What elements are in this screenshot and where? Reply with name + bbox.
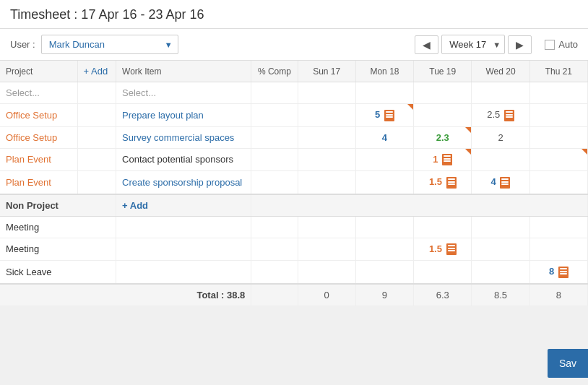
col-header-add: + Add: [77, 61, 116, 82]
tue-cell[interactable]: 1.5: [414, 238, 472, 261]
sun-cell: [298, 216, 355, 238]
auto-checkbox[interactable]: [545, 40, 555, 50]
table-header-row: Project + Add Work Item % Comp Sun 17 Mo…: [0, 61, 588, 82]
table-row: Meeting 1.5: [0, 238, 588, 261]
doc-icon[interactable]: [500, 177, 510, 189]
project-link[interactable]: Office Setup: [6, 110, 57, 121]
tue-cell[interactable]: 2.3: [414, 126, 472, 148]
total-wed: 8.5: [472, 284, 529, 306]
mon-cell[interactable]: 5: [355, 104, 413, 127]
tue-cell: [414, 216, 472, 238]
thu-cell: [529, 126, 587, 148]
doc-icon[interactable]: [442, 154, 452, 165]
add-project-button[interactable]: + Add: [84, 66, 108, 77]
sun-cell: [298, 171, 355, 194]
tue-cell: [414, 261, 472, 284]
project-cell: Select...: [0, 82, 77, 104]
next-week-button[interactable]: ▶: [508, 35, 532, 54]
add-cell: [77, 171, 116, 194]
flag-icon: [465, 149, 471, 155]
table-row: Office Setup Prepare layout plan 5 2.5: [0, 104, 588, 127]
thu-cell: [529, 104, 587, 127]
workitem-link[interactable]: Prepare layout plan: [122, 110, 204, 121]
workitem-cell: Prepare layout plan: [116, 104, 251, 127]
np-label-cell: Meeting: [0, 216, 116, 238]
week-select[interactable]: Week 17: [441, 35, 505, 54]
mon-cell: [355, 216, 413, 238]
pct-cell: [251, 104, 298, 127]
workitem-link[interactable]: Create sponsorship proposal: [122, 177, 242, 188]
pct-cell: [251, 126, 298, 148]
add-cell: [77, 104, 116, 127]
doc-icon[interactable]: [446, 243, 457, 255]
doc-icon[interactable]: [504, 110, 514, 121]
pct-cell: [251, 82, 298, 104]
project-link[interactable]: Plan Event: [6, 177, 51, 188]
project-link[interactable]: Office Setup: [6, 132, 57, 143]
np-work-cell: [116, 261, 251, 284]
mon-cell: [355, 238, 413, 261]
tue-cell[interactable]: 1: [414, 148, 472, 171]
workitem-text: Contact potential sponsors: [122, 154, 233, 165]
project-link[interactable]: Plan Event: [6, 154, 51, 165]
timesheet-table: Project + Add Work Item % Comp Sun 17 Mo…: [0, 61, 588, 306]
doc-icon[interactable]: [558, 267, 568, 278]
total-label: Total : 38.8: [0, 284, 251, 306]
doc-icon[interactable]: [446, 177, 457, 189]
add-non-project-button[interactable]: + Add: [122, 200, 148, 211]
timesheet-table-wrapper: Project + Add Work Item % Comp Sun 17 Mo…: [0, 61, 588, 306]
doc-icon[interactable]: [384, 110, 394, 121]
wed-cell[interactable]: 2.5: [472, 104, 529, 127]
mon-cell: [355, 261, 413, 284]
wed-cell[interactable]: 2: [472, 126, 529, 148]
tue-cell: [414, 82, 472, 104]
table-row: Meeting: [0, 216, 588, 238]
add-cell: [77, 148, 116, 171]
sun-cell: [298, 126, 355, 148]
thu-cell: [529, 171, 587, 194]
workitem-link[interactable]: Survey commercial spaces: [122, 132, 234, 143]
workitem-cell: Create sponsorship proposal: [116, 171, 251, 194]
toolbar: User : Mark Duncan ▼ ◀ Week 17 ▼ ▶ Auto: [0, 29, 588, 61]
wed-cell: [472, 216, 529, 238]
sun-cell: [298, 148, 355, 171]
workitem-cell: Select...: [116, 82, 251, 104]
project-cell: Plan Event: [0, 148, 77, 171]
prev-week-button[interactable]: ◀: [415, 35, 438, 54]
tue-cell[interactable]: 1.5: [414, 171, 472, 194]
flag-icon: [465, 127, 471, 133]
total-sun: 0: [298, 284, 355, 306]
wed-cell: [472, 148, 529, 171]
np-work-cell: [116, 216, 251, 238]
col-header-workitem: Work Item: [116, 61, 251, 82]
col-header-mon: Mon 18: [355, 61, 413, 82]
page-header: Timesheet : 17 Apr 16 - 23 Apr 16: [0, 0, 588, 29]
user-label: User :: [10, 39, 35, 50]
table-row: Plan Event Contact potential sponsors 1: [0, 148, 588, 171]
sun-cell: [298, 261, 355, 284]
totals-row: Total : 38.8 0 9 6.3 8.5 8: [0, 284, 588, 306]
mon-cell[interactable]: 4: [355, 126, 413, 148]
thu-cell[interactable]: 8: [529, 261, 587, 284]
col-header-wed: Wed 20: [472, 61, 529, 82]
wed-cell[interactable]: 4: [472, 171, 529, 194]
mon-cell: [355, 82, 413, 104]
page-title: Timesheet : 17 Apr 16 - 23 Apr 16: [10, 7, 204, 22]
table-row: Office Setup Survey commercial spaces 4 …: [0, 126, 588, 148]
project-cell: Plan Event: [0, 171, 77, 194]
user-select-wrapper: Mark Duncan ▼: [41, 35, 178, 54]
project-cell: Office Setup: [0, 104, 77, 127]
project-cell: Office Setup: [0, 126, 77, 148]
flag-icon: [581, 149, 587, 155]
table-row: Sick Leave 8: [0, 261, 588, 284]
table-row: Plan Event Create sponsorship proposal 1…: [0, 171, 588, 194]
thu-cell: [529, 238, 587, 261]
col-header-pct: % Comp: [251, 61, 298, 82]
col-header-project: Project: [0, 61, 77, 82]
user-select[interactable]: Mark Duncan: [41, 35, 178, 54]
auto-text: Auto: [558, 39, 578, 50]
non-project-label: Non Project: [6, 200, 59, 211]
np-label-cell: Sick Leave: [0, 261, 116, 284]
col-header-sun: Sun 17: [298, 61, 355, 82]
pct-cell: [251, 216, 298, 238]
